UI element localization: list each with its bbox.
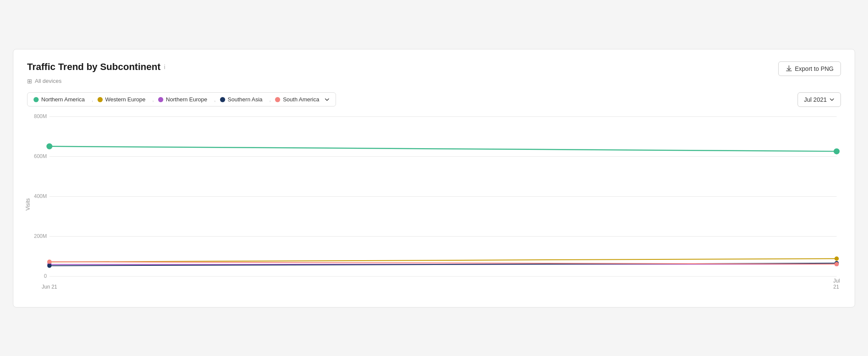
legend-separator: ,	[152, 96, 154, 103]
series-line-northern-america	[49, 146, 837, 151]
chart-svg	[49, 116, 837, 276]
series-dot-start-northern-america	[46, 143, 52, 149]
legend-expand-button[interactable]	[324, 97, 330, 102]
series-dot-end-northern-america	[834, 148, 840, 154]
export-icon	[785, 65, 792, 72]
main-card: Traffic Trend by Subcontinent i Export t…	[13, 49, 855, 307]
legend-dot-south-america	[275, 97, 280, 102]
series-line-western-europe	[49, 259, 837, 262]
legend-label-northern-america: Northern America	[41, 96, 85, 103]
legend-item-southern-asia[interactable]: Southern Asia,	[220, 96, 275, 103]
date-selector[interactable]: Jul 2021	[798, 92, 841, 107]
legend: Northern America,Western Europe,Northern…	[27, 92, 336, 106]
y-axis-tick-label: 0	[44, 273, 47, 279]
x-axis-tick-label: Jun 21	[42, 284, 57, 290]
page-title: Traffic Trend by Subcontinent	[27, 61, 160, 73]
info-icon[interactable]: i	[164, 64, 165, 70]
legend-item-northern-europe[interactable]: Northern Europe,	[158, 96, 220, 103]
chart-inner: 800M600M400M200M0 Jun 21Jul 21	[49, 116, 837, 276]
legend-item-northern-america[interactable]: Northern America,	[34, 96, 98, 103]
devices-icon: ⊞	[27, 78, 32, 85]
legend-item-south-america[interactable]: South America	[275, 96, 330, 103]
y-axis-tick-label: 200M	[34, 233, 47, 239]
y-axis-tick-label: 400M	[34, 193, 47, 199]
subtitle-row: ⊞ All devices	[27, 78, 841, 85]
legend-dot-western-europe	[98, 97, 103, 102]
legend-label-south-america: South America	[283, 96, 319, 103]
legend-separator: ,	[269, 96, 271, 103]
export-button[interactable]: Export to PNG	[778, 61, 841, 76]
x-axis-tick-label: Jul 21	[833, 278, 840, 290]
legend-separator: ,	[92, 96, 93, 103]
legend-item-western-europe[interactable]: Western Europe,	[98, 96, 158, 103]
y-axis-label: Visits	[25, 198, 31, 210]
subtitle-text: All devices	[35, 78, 61, 84]
y-axis-tick-label: 600M	[34, 153, 47, 159]
series-dot-end-south-america	[834, 262, 839, 266]
legend-label-northern-europe: Northern Europe	[166, 96, 207, 103]
legend-label-southern-asia: Southern Asia	[228, 96, 263, 103]
legend-label-western-europe: Western Europe	[105, 96, 146, 103]
grid-line	[49, 276, 837, 277]
chevron-down-icon	[829, 97, 834, 102]
chart-area: Visits 800M600M400M200M0 Jun 21Jul 21	[27, 112, 841, 297]
legend-dot-southern-asia	[220, 97, 225, 102]
controls-row: Northern America,Western Europe,Northern…	[27, 92, 841, 107]
series-dot-start-south-america	[47, 259, 52, 264]
series-dot-end-western-europe	[834, 256, 839, 261]
legend-separator: ,	[214, 96, 216, 103]
series-line-south-america	[49, 262, 837, 264]
header-row: Traffic Trend by Subcontinent i Export t…	[27, 61, 841, 76]
title-group: Traffic Trend by Subcontinent i	[27, 61, 165, 73]
legend-dot-northern-europe	[158, 97, 163, 102]
series-dot-start-southern-asia	[47, 263, 52, 268]
legend-dot-northern-america	[34, 97, 39, 102]
y-axis-tick-label: 800M	[34, 113, 47, 119]
legend-chevron-icon	[324, 97, 330, 102]
